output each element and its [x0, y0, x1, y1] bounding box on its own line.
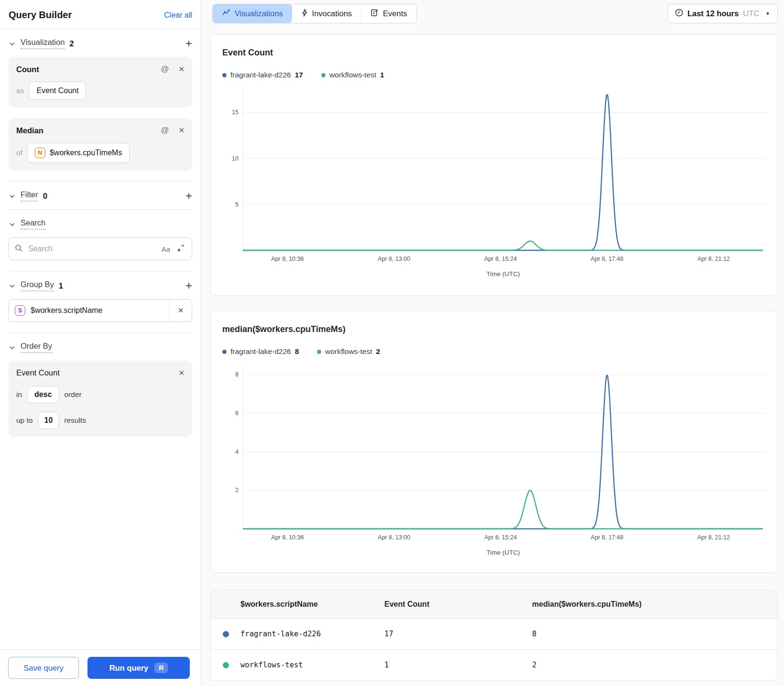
number-type-icon: N: [35, 148, 45, 158]
cell-script-name: workflows-test: [240, 661, 384, 669]
run-query-button[interactable]: Run query R: [87, 657, 190, 679]
sidebar-footer: Save query Run query R: [0, 649, 201, 686]
event-log-icon: [370, 9, 379, 19]
legend-name: workflows-test: [329, 71, 376, 79]
median-cpu-chart-card: median($workers.cpuTimeMs) fragrant-lake…: [210, 311, 778, 573]
in-label: in: [16, 390, 22, 399]
tab-events[interactable]: Events: [361, 4, 416, 23]
count-card-title: Count: [16, 65, 39, 74]
case-sensitivity-icon[interactable]: Aa: [162, 245, 170, 253]
order-by-field: Event Count: [16, 368, 60, 377]
order-label: order: [65, 390, 82, 399]
filter-section-header[interactable]: Filter 0 +: [9, 190, 192, 202]
chevron-down-icon: [9, 282, 16, 289]
tab-invocations[interactable]: Invocations: [292, 4, 361, 23]
group-by-item[interactable]: S $workers.scriptName ✕: [9, 299, 192, 322]
legend-value: 17: [295, 71, 303, 79]
series-dot: [223, 662, 229, 668]
median-field-selector[interactable]: N $workers.cpuTimeMs: [27, 143, 130, 163]
of-label: of: [16, 149, 22, 157]
chart-title: Event Count: [222, 48, 766, 58]
line-chart-icon: [222, 9, 230, 18]
count-visualization-card: Count @ ✕ as Event Count: [9, 57, 192, 107]
remove-median-icon[interactable]: ✕: [178, 126, 185, 135]
chevron-down-icon: [9, 40, 16, 47]
chevron-down-icon: [9, 193, 16, 200]
median-cpu-line-chart[interactable]: 2468Apr 8, 10:36Apr 8, 13:00Apr 8, 15:24…: [222, 364, 767, 557]
search-box: Aa *: [9, 237, 192, 260]
regex-icon[interactable]: *: [177, 244, 186, 254]
sort-direction-selector[interactable]: desc: [27, 386, 59, 403]
search-section-header[interactable]: Search: [9, 218, 192, 230]
count-alias-value: Event Count: [36, 86, 78, 95]
svg-text:Apr 8, 10:36: Apr 8, 10:36: [271, 256, 304, 262]
svg-text:Apr 8, 21:12: Apr 8, 21:12: [697, 256, 730, 262]
event-count-line-chart[interactable]: 51015Apr 8, 10:36Apr 8, 13:00Apr 8, 15:2…: [222, 87, 767, 279]
time-range-label: Last 12 hours: [687, 9, 739, 18]
tab-visualizations[interactable]: Visualizations: [213, 4, 292, 23]
median-card-title: Median: [16, 126, 44, 135]
series-dot: [317, 350, 321, 354]
legend-value: 1: [380, 71, 384, 79]
svg-text:Apr 8, 21:12: Apr 8, 21:12: [697, 534, 730, 541]
add-group-by-button[interactable]: +: [185, 281, 192, 290]
column-header-event-count: Event Count: [384, 600, 532, 609]
legend-item[interactable]: fragrant-lake-d226 8: [222, 347, 299, 356]
save-query-button[interactable]: Save query: [8, 657, 79, 679]
page-title: Query Builder: [9, 10, 72, 21]
group-by-section-header[interactable]: Group By 1 +: [9, 280, 192, 291]
visualization-section-label: Visualization: [21, 38, 65, 49]
svg-text:Time (UTC): Time (UTC): [487, 549, 520, 556]
results-table: $workers.scriptName Event Count median($…: [210, 590, 778, 681]
mention-icon[interactable]: @: [161, 64, 169, 74]
remove-group-by-icon[interactable]: ✕: [169, 300, 192, 322]
run-query-label: Run query: [109, 664, 149, 673]
as-label: as: [16, 86, 24, 95]
clock-icon: [675, 9, 683, 19]
remove-order-by-icon[interactable]: ✕: [178, 369, 185, 377]
svg-text:8: 8: [235, 371, 239, 378]
limit-input[interactable]: 10: [38, 412, 59, 429]
series-dot: [222, 350, 227, 354]
mention-icon[interactable]: @: [161, 126, 169, 135]
clear-all-link[interactable]: Clear all: [164, 11, 192, 20]
results-label: results: [64, 416, 86, 425]
svg-text:4: 4: [235, 449, 239, 455]
search-section-label: Search: [21, 218, 45, 230]
svg-text:Apr 8, 15:24: Apr 8, 15:24: [484, 534, 517, 541]
svg-text:Apr 8, 17:48: Apr 8, 17:48: [591, 256, 623, 262]
remove-count-icon[interactable]: ✕: [178, 65, 185, 74]
group-by-count: 1: [59, 281, 63, 290]
svg-text:Time (UTC): Time (UTC): [487, 270, 520, 278]
add-visualization-button[interactable]: +: [185, 39, 192, 48]
column-header-median: median($workers.cpuTimeMs): [532, 600, 777, 609]
divider: [9, 271, 192, 271]
caret-down-icon: ▼: [765, 11, 770, 16]
median-visualization-card: Median @ ✕ of N $workers.cpuTimeMs: [9, 118, 192, 171]
series-dot: [222, 73, 227, 77]
legend-item[interactable]: workflows-test 2: [317, 347, 380, 356]
visualization-section-header[interactable]: Visualization 2 +: [9, 38, 192, 49]
series-dot: [321, 73, 326, 77]
cell-script-name: fragrant-lake-d226: [240, 630, 384, 638]
add-filter-button[interactable]: +: [185, 191, 192, 201]
svg-text:Apr 8, 10:36: Apr 8, 10:36: [271, 534, 304, 541]
chart-title: median($workers.cpuTimeMs): [222, 324, 766, 334]
time-range-selector[interactable]: Last 12 hours UTC ▼: [667, 4, 778, 23]
divider: [9, 181, 192, 182]
svg-text:2: 2: [235, 487, 239, 493]
table-row[interactable]: fragrant-lake-d226 17 8: [211, 619, 777, 650]
svg-text:Apr 8, 13:00: Apr 8, 13:00: [378, 534, 410, 541]
svg-text:Apr 8, 17:48: Apr 8, 17:48: [591, 534, 623, 541]
order-by-section-header[interactable]: Order By: [9, 342, 192, 353]
legend-item[interactable]: fragrant-lake-d226 17: [222, 71, 303, 79]
count-alias-field[interactable]: Event Count: [29, 82, 86, 100]
legend-item[interactable]: workflows-test 1: [321, 71, 384, 79]
legend-value: 8: [295, 347, 299, 356]
table-row[interactable]: workflows-test 1 2: [211, 650, 777, 680]
search-input[interactable]: [27, 244, 162, 254]
legend-value: 2: [376, 347, 380, 356]
legend-name: fragrant-lake-d226: [230, 71, 291, 79]
up-to-label: up to: [16, 416, 33, 425]
svg-text:*: *: [181, 244, 185, 252]
